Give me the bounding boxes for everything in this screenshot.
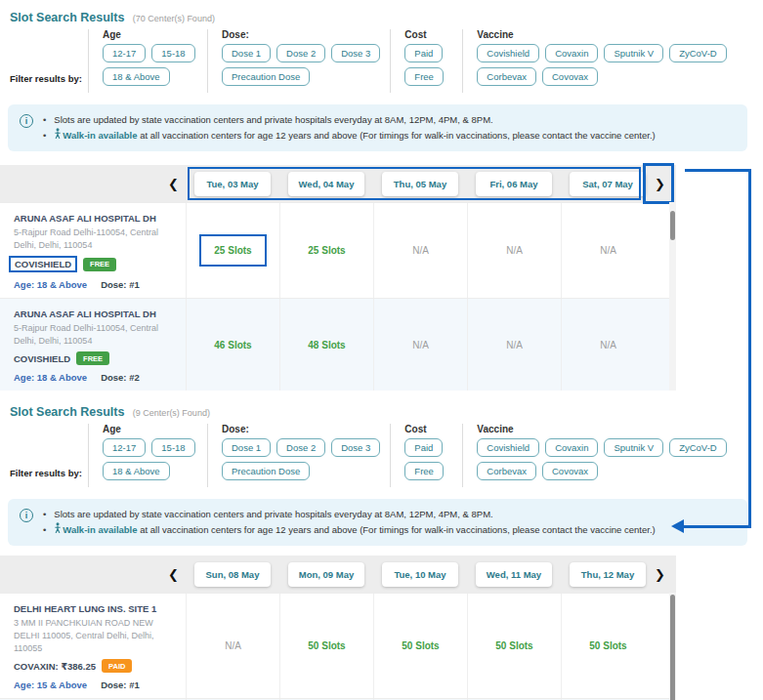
scrollbar-thumb[interactable]: [670, 595, 675, 700]
results-section-2: Slot Search Results (9 Center(s) Found) …: [0, 402, 763, 700]
slot-cell[interactable]: 50 Slots: [467, 594, 561, 698]
filter-vaccine-sputnik-v[interactable]: Sputnik V: [604, 438, 663, 457]
age-group-label: Age: [103, 29, 197, 40]
vaccine-name: COVISHIELD: [14, 353, 70, 364]
filter-vaccine-zycov-d[interactable]: ZyCoV-D: [669, 44, 727, 62]
date-cell[interactable]: Wed, 04 May: [288, 172, 364, 196]
slot-cell[interactable]: 50 Slots: [561, 594, 655, 698]
slot-cell-highlighted[interactable]: 25 Slots: [199, 234, 266, 267]
filter-group-vaccine: Vaccine Covishield Covaxin Sputnik V ZyC…: [462, 424, 736, 487]
info-icon: i: [20, 114, 33, 128]
next-dates-arrow-icon[interactable]: ❯: [655, 178, 665, 190]
filter-vaccine-covishield[interactable]: Covishield: [477, 438, 539, 457]
page-title: Slot Search Results: [10, 11, 124, 24]
date-header-row: ❮ Tue, 03 May Wed, 04 May Thu, 05 May Fr…: [0, 165, 676, 202]
filter-vaccine-covishield[interactable]: Covishield: [477, 44, 539, 62]
filter-dose-1[interactable]: Dose 1: [222, 438, 271, 457]
na-cell: N/A: [373, 203, 467, 298]
na-cell: N/A: [186, 594, 279, 698]
filter-vaccine-covaxin[interactable]: Covaxin: [545, 438, 598, 457]
slot-cell[interactable]: 46 Slots: [186, 299, 279, 391]
filter-precaution-dose[interactable]: Precaution Dose: [222, 67, 310, 86]
filter-vaccine-sputnik-v[interactable]: Sputnik V: [604, 44, 663, 62]
filter-age-15-18[interactable]: 15-18: [151, 438, 194, 457]
table-scrollbar[interactable]: [669, 202, 676, 391]
fee-badge: FREE: [76, 351, 109, 365]
fee-badge: PAID: [102, 659, 132, 673]
cost-group-label: Cost: [404, 424, 452, 434]
filter-age-18-above[interactable]: 18 & Above: [103, 462, 170, 480]
filter-dose-2[interactable]: Dose 2: [276, 438, 325, 457]
scrollbar-thumb[interactable]: [670, 211, 675, 240]
age-group-label: Age: [103, 424, 197, 434]
info-bullet-walkin: Walk-in available at all vaccination cen…: [43, 522, 656, 535]
filter-vaccine-zycov-d[interactable]: ZyCoV-D: [669, 438, 727, 457]
date-cell[interactable]: Wed, 11 May: [476, 562, 552, 587]
table-scrollbar[interactable]: [669, 593, 676, 700]
filter-cost-paid[interactable]: Paid: [404, 438, 443, 457]
filter-cost-free[interactable]: Free: [404, 462, 444, 480]
prev-dates-arrow-icon[interactable]: ❮: [168, 568, 179, 581]
filter-age-12-17[interactable]: 12-17: [103, 438, 146, 457]
vaccine-group-label: Vaccine: [477, 29, 726, 40]
na-cell: N/A: [467, 299, 561, 391]
filter-group-cost: Cost Paid Free: [390, 424, 462, 487]
filter-group-age: Age 12-17 15-18 18 & Above: [88, 424, 207, 487]
filter-age-15-18[interactable]: 15-18: [151, 44, 194, 62]
date-cell[interactable]: Thu, 05 May: [382, 172, 458, 196]
center-address: 3 MM II PANCHKUIAN ROAD NEW DELHI 110005…: [14, 617, 172, 654]
center-row: ARUNA ASAF ALI HOSPITAL DH 5-Rajpur Road…: [0, 298, 676, 391]
walk-in-icon: [54, 522, 62, 534]
date-cell[interactable]: Thu, 12 May: [570, 562, 646, 587]
info-banner: i Slots are updated by state vaccination…: [8, 104, 747, 151]
info-banner: i Slots are updated by state vaccination…: [8, 499, 747, 546]
filter-cost-paid[interactable]: Paid: [404, 44, 443, 62]
filter-group-dose: Dose: Dose 1 Dose 2 Dose 3 Precaution Do…: [207, 424, 390, 487]
filter-dose-3[interactable]: Dose 3: [331, 44, 380, 62]
age-label: Age: 15 & Above: [14, 679, 87, 690]
info-icon: i: [20, 509, 33, 522]
na-cell: N/A: [467, 203, 561, 298]
filter-vaccine-covaxin[interactable]: Covaxin: [545, 44, 598, 62]
filter-vaccine-corbevax[interactable]: Corbevax: [477, 462, 536, 480]
slot-cell[interactable]: 48 Slots: [279, 299, 373, 391]
date-cell[interactable]: Sat, 07 May: [570, 172, 646, 196]
filter-results-by-label: Filter results by:: [10, 73, 88, 93]
results-count: (70 Center(s) Found): [133, 14, 215, 23]
filter-cost-free[interactable]: Free: [404, 67, 444, 86]
filter-dose-1[interactable]: Dose 1: [222, 44, 271, 62]
date-cell[interactable]: Tue, 03 May: [194, 172, 271, 196]
filter-vaccine-covovax[interactable]: Covovax: [542, 67, 598, 86]
info-bullet-update: Slots are updated by state vaccination c…: [43, 114, 656, 125]
slot-cell[interactable]: 50 Slots: [279, 594, 373, 698]
na-cell: N/A: [373, 299, 467, 391]
info-bullet-update: Slots are updated by state vaccination c…: [43, 509, 656, 519]
filter-precaution-dose[interactable]: Precaution Dose: [222, 462, 310, 480]
filter-dose-2[interactable]: Dose 2: [276, 44, 325, 62]
filter-vaccine-corbevax[interactable]: Corbevax: [477, 67, 536, 86]
section-header: Slot Search Results (9 Center(s) Found): [10, 402, 763, 418]
dose-group-label: Dose:: [222, 424, 380, 434]
filter-group-cost: Cost Paid Free: [390, 29, 462, 93]
walk-in-highlight: Walk-in available: [63, 130, 137, 141]
filter-vaccine-covovax[interactable]: Covovax: [542, 462, 598, 480]
date-cell[interactable]: Fri, 06 May: [476, 172, 552, 196]
filter-dose-3[interactable]: Dose 3: [331, 438, 380, 457]
prev-dates-arrow-icon[interactable]: ❮: [168, 178, 179, 190]
next-dates-arrow-icon[interactable]: ❯: [655, 568, 665, 581]
cowin-slot-search-screen: Slot Search Results (70 Center(s) Found)…: [0, 0, 763, 700]
center-address: 5-Rajpur Road Delhi-110054, Central Delh…: [14, 226, 172, 251]
filter-age-12-17[interactable]: 12-17: [103, 44, 146, 62]
date-header-row: ❮ Sun, 08 May Mon, 09 May Tue, 10 May We…: [0, 556, 676, 593]
date-cell[interactable]: Sun, 08 May: [194, 562, 271, 587]
walk-in-rest: at all vaccination centers for age 12 ye…: [138, 130, 656, 141]
center-name: ARUNA ASAF ALI HOSPITAL DH: [14, 309, 174, 319]
slot-cell[interactable]: 25 Slots: [279, 203, 373, 298]
walk-in-icon: [54, 128, 62, 140]
filter-results-by-label: Filter results by:: [10, 468, 88, 487]
slot-cell[interactable]: 50 Slots: [373, 594, 467, 698]
date-cell[interactable]: Tue, 10 May: [382, 562, 458, 587]
filter-age-18-above[interactable]: 18 & Above: [103, 67, 170, 86]
date-cell[interactable]: Mon, 09 May: [288, 562, 364, 587]
vaccine-group-label: Vaccine: [477, 424, 726, 434]
